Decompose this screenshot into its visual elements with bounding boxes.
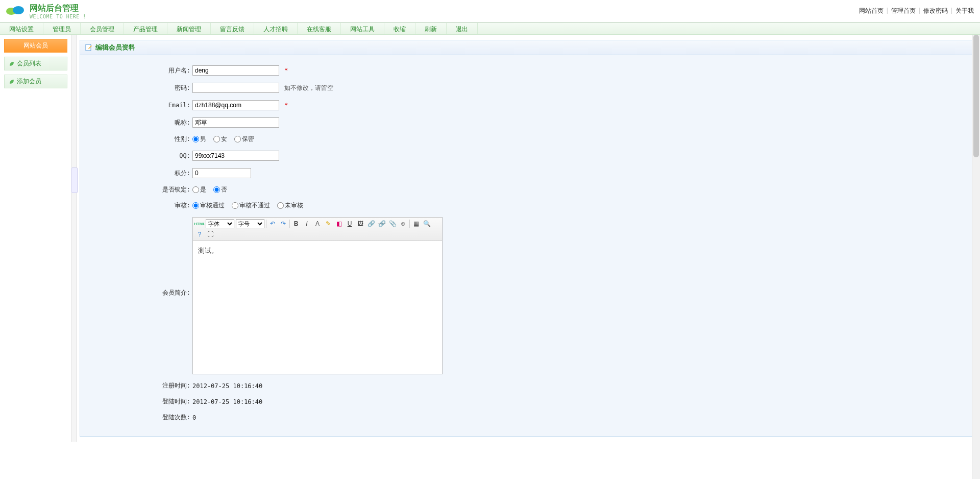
qq-input[interactable] [192,151,279,161]
audit-fail[interactable]: 审核不通过 [232,201,270,210]
label-points: 积分: [90,169,192,178]
scrollbar-thumb[interactable] [973,35,979,157]
link-icon[interactable]: 🔗 [366,219,376,228]
preview-icon[interactable]: 🔍 [422,219,431,228]
row-locked: 是否锁定: 是 否 [90,185,963,194]
password-input[interactable] [192,83,279,93]
link-about[interactable]: 关于我 [954,7,975,15]
row-count: 登陆次数: 0 [90,413,963,422]
main-nav: 网站设置 管理员 会员管理 产品管理 新闻管理 留言反馈 人才招聘 在线客服 网… [0,22,980,35]
locked-yes[interactable]: 是 [192,185,206,194]
editor-body[interactable]: 测试。 [193,241,442,374]
link-site-home[interactable]: 网站首页 [858,7,885,15]
highlight-icon[interactable]: ✎ [324,219,333,228]
sidebar-title: 网站会员 [4,39,67,53]
label-gender: 性别: [90,135,192,143]
gender-male[interactable]: 男 [192,135,206,143]
row-nickname: 昵称: [90,117,963,128]
fontcolor-icon[interactable]: A [313,219,322,228]
nav-collapse[interactable]: 收缩 [384,23,415,34]
vertical-scrollbar[interactable] [972,35,980,442]
row-gender: 性别: 男 女 保密 [90,135,963,143]
header-left: 网站后台管理 WELCOME TO HERE ! [5,3,86,19]
leaf-icon [9,79,15,85]
image-icon[interactable]: 🖼 [356,219,365,228]
gender-female[interactable]: 女 [213,135,227,143]
main-content: 编辑会员资料 用户名: * 密码: 如不修改，请留空 [77,35,980,442]
header-links: 网站首页| 管理首页| 修改密码| 关于我 [858,7,975,15]
nav-site-settings[interactable]: 网站设置 [0,23,43,34]
eraser-icon[interactable]: ◧ [334,219,344,228]
editor-html-btn[interactable]: HTML [195,219,204,228]
count-value: 0 [192,414,196,421]
link-admin-home[interactable]: 管理首页 [890,7,917,15]
row-qq: QQ: [90,151,963,161]
table-icon[interactable]: ▦ [411,219,421,228]
nav-tools[interactable]: 网站工具 [341,23,384,34]
row-reg: 注册时间: 2012-07-25 10:16:40 [90,381,963,390]
password-hint: 如不修改，请留空 [284,84,333,92]
panel-body: 用户名: * 密码: 如不修改，请留空 Email: [80,55,973,436]
unlink-icon[interactable]: 🔗 [377,219,386,228]
underline-icon[interactable]: U [345,219,354,228]
link-change-password[interactable]: 修改密码 [922,7,949,15]
undo-icon[interactable]: ↶ [268,219,277,228]
nickname-input[interactable] [192,117,279,128]
emoji-icon[interactable]: ☺ [399,219,408,228]
help-icon[interactable]: ? [195,230,204,239]
panel-title: 编辑会员资料 [95,43,135,52]
nav-products[interactable]: 产品管理 [124,23,167,34]
site-subtitle: WELCOME TO HERE ! [30,14,86,19]
nav-logout[interactable]: 退出 [447,23,478,34]
edit-icon [85,44,92,51]
nav-members[interactable]: 会员管理 [81,23,124,34]
row-password: 密码: 如不修改，请留空 [90,83,963,93]
label-password: 密码: [90,84,192,92]
bold-icon[interactable]: B [291,219,301,228]
splitter[interactable] [71,35,77,442]
sidebar-item-label: 会员列表 [17,59,41,68]
email-input[interactable] [192,100,279,110]
row-points: 积分: [90,168,963,178]
username-input[interactable] [192,65,279,76]
row-audit: 审核: 审核通过 审核不通过 未审核 [90,201,963,210]
audit-none[interactable]: 未审核 [277,201,303,210]
nav-jobs[interactable]: 人才招聘 [254,23,298,34]
sidebar-item-add-member[interactable]: 添加会员 [4,75,67,88]
label-count: 登陆次数: [90,413,192,422]
audit-pass[interactable]: 审核通过 [192,201,225,210]
label-email: Email: [90,102,192,109]
sidebar-item-member-list[interactable]: 会员列表 [4,57,67,70]
svg-point-1 [13,6,24,14]
reg-value: 2012-07-25 10:16:40 [192,382,262,390]
label-qq: QQ: [90,152,192,159]
sidebar-item-label: 添加会员 [17,77,41,86]
nav-admins[interactable]: 管理员 [43,23,81,34]
gender-secret[interactable]: 保密 [234,135,254,143]
nav-support[interactable]: 在线客服 [298,23,341,34]
editor-font-select[interactable]: 字体 [206,219,234,228]
redo-icon[interactable]: ↷ [279,219,288,228]
rich-editor: HTML 字体 字号 ↶ ↷ B I A ✎ [192,217,443,374]
nav-refresh[interactable]: 刷新 [415,23,447,34]
splitter-handle-icon[interactable] [71,167,78,193]
leaf-icon [9,61,15,67]
locked-no[interactable]: 否 [213,185,227,194]
label-nickname: 昵称: [90,118,192,127]
row-email: Email: * [90,100,963,110]
italic-icon[interactable]: I [302,219,311,228]
points-input[interactable] [192,168,251,178]
fullscreen-icon[interactable]: ⛶ [206,230,215,239]
row-intro: 会员简介: HTML 字体 字号 ↶ ↷ B [90,217,963,374]
row-login: 登陆时间: 2012-07-25 10:16:40 [90,397,963,406]
editor-size-select[interactable]: 字号 [236,219,264,228]
panel-header: 编辑会员资料 [80,40,973,55]
label-reg: 注册时间: [90,381,192,390]
app-header: 网站后台管理 WELCOME TO HERE ! 网站首页| 管理首页| 修改密… [0,0,980,22]
label-locked: 是否锁定: [90,185,192,194]
editor-toolbar: HTML 字体 字号 ↶ ↷ B I A ✎ [193,218,442,241]
label-audit: 审核: [90,201,192,210]
attach-icon[interactable]: 📎 [388,219,397,228]
nav-news[interactable]: 新闻管理 [167,23,211,34]
nav-feedback[interactable]: 留言反馈 [211,23,254,34]
